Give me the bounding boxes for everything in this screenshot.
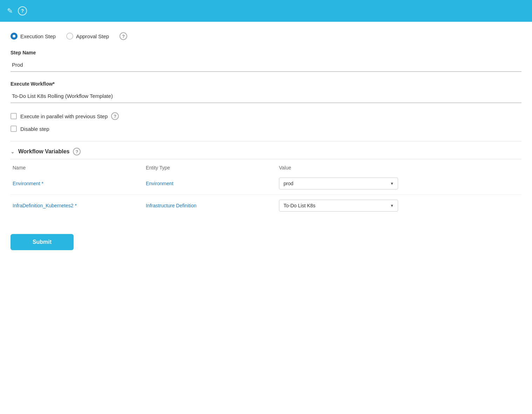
parallel-checkbox[interactable] (11, 113, 17, 119)
environment-select-wrapper: prod staging dev (279, 178, 398, 189)
var-value-environment: prod staging dev (279, 178, 519, 189)
approval-step-radio[interactable] (66, 33, 73, 40)
table-row: InfraDefinition_Kubernetes2 * Infrastruc… (11, 195, 521, 216)
approval-step-label: Approval Step (76, 33, 109, 39)
disable-step-label: Disable step (20, 126, 49, 132)
var-type-infra: Infrastructure Definition (146, 203, 279, 208)
workflow-variables-header: ⌄ Workflow Variables ? (11, 141, 521, 159)
col-name-header: Name (13, 165, 146, 171)
execute-workflow-section: Execute Workflow* (11, 81, 521, 103)
infra-select[interactable]: To-Do List K8s To-Do List K8s Rolling (279, 200, 398, 212)
parallel-label: Execute in parallel with previous Step (20, 113, 108, 119)
step-name-input[interactable] (11, 58, 521, 72)
checkboxes-section: Execute in parallel with previous Step ?… (11, 112, 521, 132)
parallel-help-icon[interactable]: ? (111, 112, 119, 120)
variables-table: Name Entity Type Value Environment * Env… (11, 161, 521, 216)
var-name-infra: InfraDefinition_Kubernetes2 * (13, 203, 146, 208)
submit-button[interactable]: Submit (11, 234, 74, 250)
execute-workflow-input[interactable] (11, 89, 521, 103)
step-type-help-icon[interactable]: ? (120, 32, 127, 40)
help-icon[interactable]: ? (18, 6, 27, 15)
var-value-infra: To-Do List K8s To-Do List K8s Rolling (279, 200, 519, 212)
header: ✎ ? (0, 0, 532, 22)
col-entity-type-header: Entity Type (146, 165, 279, 171)
environment-select[interactable]: prod staging dev (279, 178, 398, 189)
infra-select-wrapper: To-Do List K8s To-Do List K8s Rolling (279, 200, 398, 212)
col-value-header: Value (279, 165, 519, 171)
disable-step-checkbox[interactable] (11, 126, 17, 132)
var-type-environment: Environment (146, 181, 279, 186)
disable-step-checkbox-row[interactable]: Disable step (11, 126, 521, 132)
workflow-variables-help-icon[interactable]: ? (73, 148, 81, 155)
execution-step-label: Execution Step (20, 33, 56, 39)
main-content: Execution Step Approval Step ? Step Name… (0, 22, 532, 264)
workflow-variables-section: ⌄ Workflow Variables ? Name Entity Type … (11, 141, 521, 216)
edit-icon: ✎ (7, 7, 13, 15)
approval-step-option[interactable]: Approval Step (66, 33, 109, 40)
workflow-variables-title: Workflow Variables (18, 148, 69, 155)
execute-workflow-label: Execute Workflow* (11, 81, 521, 87)
var-name-environment: Environment * (13, 181, 146, 186)
table-row: Environment * Environment prod staging d… (11, 173, 521, 195)
submit-section: Submit (11, 234, 521, 250)
parallel-checkbox-row[interactable]: Execute in parallel with previous Step ? (11, 112, 521, 120)
execution-step-radio[interactable] (11, 33, 18, 40)
step-name-label: Step Name (11, 50, 521, 55)
chevron-down-icon[interactable]: ⌄ (11, 149, 15, 154)
table-header-row: Name Entity Type Value (11, 161, 521, 173)
step-type-row: Execution Step Approval Step ? (11, 32, 521, 40)
step-name-section: Step Name (11, 50, 521, 72)
execution-step-option[interactable]: Execution Step (11, 33, 56, 40)
